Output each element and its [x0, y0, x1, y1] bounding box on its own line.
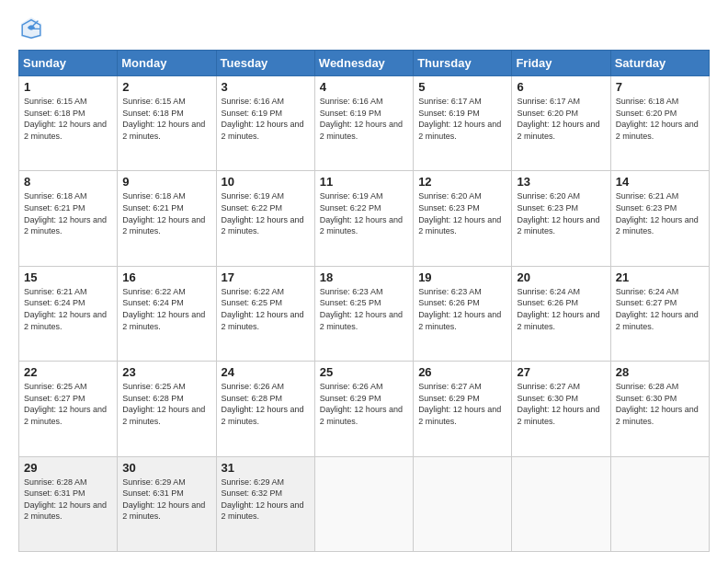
calendar-cell: 19 Sunrise: 6:23 AM Sunset: 6:26 PM Dayl…: [414, 266, 512, 361]
calendar-week-3: 15 Sunrise: 6:21 AM Sunset: 6:24 PM Dayl…: [19, 266, 710, 361]
day-number: 15: [24, 270, 112, 284]
day-info: Sunrise: 6:15 AM Sunset: 6:18 PM Dayligh…: [24, 96, 112, 142]
calendar-cell: 31 Sunrise: 6:29 AM Sunset: 6:32 PM Dayl…: [216, 456, 314, 551]
day-number: 22: [24, 365, 112, 379]
calendar-cell: 20 Sunrise: 6:24 AM Sunset: 6:26 PM Dayl…: [512, 266, 610, 361]
calendar-week-2: 8 Sunrise: 6:18 AM Sunset: 6:21 PM Dayli…: [19, 171, 710, 266]
calendar-cell: [414, 456, 512, 551]
calendar-header-saturday: Saturday: [610, 51, 709, 76]
calendar-cell: 7 Sunrise: 6:18 AM Sunset: 6:20 PM Dayli…: [610, 76, 709, 171]
calendar-cell: 27 Sunrise: 6:27 AM Sunset: 6:30 PM Dayl…: [512, 362, 610, 456]
day-number: 6: [517, 80, 605, 94]
calendar-week-1: 1 Sunrise: 6:15 AM Sunset: 6:18 PM Dayli…: [19, 76, 710, 171]
calendar-cell: 22 Sunrise: 6:25 AM Sunset: 6:27 PM Dayl…: [19, 362, 118, 456]
day-info: Sunrise: 6:29 AM Sunset: 6:31 PM Dayligh…: [122, 477, 210, 523]
day-info: Sunrise: 6:22 AM Sunset: 6:24 PM Dayligh…: [122, 286, 210, 332]
calendar-header-sunday: Sunday: [19, 51, 118, 76]
calendar-header-wednesday: Wednesday: [314, 51, 413, 76]
logo: [18, 15, 48, 40]
calendar-cell: 25 Sunrise: 6:26 AM Sunset: 6:29 PM Dayl…: [314, 362, 413, 456]
day-number: 2: [122, 80, 210, 94]
day-number: 14: [616, 175, 704, 189]
header: [18, 15, 710, 40]
day-number: 11: [320, 175, 408, 189]
calendar-cell: [610, 456, 709, 551]
day-info: Sunrise: 6:29 AM Sunset: 6:32 PM Dayligh…: [222, 477, 310, 523]
day-info: Sunrise: 6:28 AM Sunset: 6:30 PM Dayligh…: [616, 381, 704, 427]
calendar-header-monday: Monday: [118, 51, 216, 76]
day-number: 18: [320, 270, 408, 284]
calendar-cell: 29 Sunrise: 6:28 AM Sunset: 6:31 PM Dayl…: [19, 456, 118, 551]
calendar-cell: 11 Sunrise: 6:19 AM Sunset: 6:22 PM Dayl…: [314, 171, 413, 266]
day-info: Sunrise: 6:18 AM Sunset: 6:21 PM Dayligh…: [24, 190, 112, 236]
day-number: 26: [418, 365, 506, 379]
calendar-cell: 8 Sunrise: 6:18 AM Sunset: 6:21 PM Dayli…: [19, 171, 118, 266]
calendar-week-5: 29 Sunrise: 6:28 AM Sunset: 6:31 PM Dayl…: [19, 456, 710, 551]
calendar-cell: 15 Sunrise: 6:21 AM Sunset: 6:24 PM Dayl…: [19, 266, 118, 361]
day-info: Sunrise: 6:24 AM Sunset: 6:26 PM Dayligh…: [517, 286, 605, 332]
calendar-cell: 5 Sunrise: 6:17 AM Sunset: 6:19 PM Dayli…: [414, 76, 512, 171]
calendar-header-friday: Friday: [512, 51, 610, 76]
day-number: 27: [517, 365, 605, 379]
day-info: Sunrise: 6:27 AM Sunset: 6:30 PM Dayligh…: [517, 381, 605, 427]
day-number: 19: [418, 270, 506, 284]
day-number: 28: [616, 365, 704, 379]
day-info: Sunrise: 6:17 AM Sunset: 6:19 PM Dayligh…: [418, 96, 506, 142]
day-number: 9: [122, 175, 210, 189]
day-info: Sunrise: 6:25 AM Sunset: 6:28 PM Dayligh…: [122, 381, 210, 427]
calendar-header-thursday: Thursday: [414, 51, 512, 76]
calendar-table: SundayMondayTuesdayWednesdayThursdayFrid…: [18, 50, 710, 552]
day-number: 3: [222, 80, 310, 94]
day-info: Sunrise: 6:16 AM Sunset: 6:19 PM Dayligh…: [222, 96, 310, 142]
calendar-cell: 28 Sunrise: 6:28 AM Sunset: 6:30 PM Dayl…: [610, 362, 709, 456]
day-info: Sunrise: 6:21 AM Sunset: 6:23 PM Dayligh…: [616, 190, 704, 236]
day-number: 4: [320, 80, 408, 94]
day-info: Sunrise: 6:28 AM Sunset: 6:31 PM Dayligh…: [24, 477, 112, 523]
day-info: Sunrise: 6:20 AM Sunset: 6:23 PM Dayligh…: [517, 190, 605, 236]
day-number: 30: [122, 461, 210, 475]
page: SundayMondayTuesdayWednesdayThursdayFrid…: [0, 0, 728, 563]
day-number: 21: [616, 270, 704, 284]
day-info: Sunrise: 6:16 AM Sunset: 6:19 PM Dayligh…: [320, 96, 408, 142]
day-info: Sunrise: 6:27 AM Sunset: 6:29 PM Dayligh…: [418, 381, 506, 427]
day-number: 8: [24, 175, 112, 189]
calendar-cell: 10 Sunrise: 6:19 AM Sunset: 6:22 PM Dayl…: [216, 171, 314, 266]
calendar-cell: 18 Sunrise: 6:23 AM Sunset: 6:25 PM Dayl…: [314, 266, 413, 361]
calendar-cell: 16 Sunrise: 6:22 AM Sunset: 6:24 PM Dayl…: [118, 266, 216, 361]
day-number: 25: [320, 365, 408, 379]
calendar-cell: 26 Sunrise: 6:27 AM Sunset: 6:29 PM Dayl…: [414, 362, 512, 456]
calendar-cell: 14 Sunrise: 6:21 AM Sunset: 6:23 PM Dayl…: [610, 171, 709, 266]
day-info: Sunrise: 6:26 AM Sunset: 6:28 PM Dayligh…: [222, 381, 310, 427]
logo-icon: [18, 15, 44, 40]
day-info: Sunrise: 6:24 AM Sunset: 6:27 PM Dayligh…: [616, 286, 704, 332]
calendar-week-4: 22 Sunrise: 6:25 AM Sunset: 6:27 PM Dayl…: [19, 362, 710, 456]
day-info: Sunrise: 6:22 AM Sunset: 6:25 PM Dayligh…: [222, 286, 310, 332]
day-number: 12: [418, 175, 506, 189]
day-number: 7: [616, 80, 704, 94]
calendar-cell: [512, 456, 610, 551]
calendar-cell: 30 Sunrise: 6:29 AM Sunset: 6:31 PM Dayl…: [118, 456, 216, 551]
day-number: 24: [222, 365, 310, 379]
day-number: 10: [222, 175, 310, 189]
day-info: Sunrise: 6:18 AM Sunset: 6:21 PM Dayligh…: [122, 190, 210, 236]
day-number: 13: [517, 175, 605, 189]
day-number: 17: [222, 270, 310, 284]
calendar-cell: 13 Sunrise: 6:20 AM Sunset: 6:23 PM Dayl…: [512, 171, 610, 266]
calendar-header-row: SundayMondayTuesdayWednesdayThursdayFrid…: [19, 51, 710, 76]
calendar-header-tuesday: Tuesday: [216, 51, 314, 76]
day-number: 23: [122, 365, 210, 379]
day-info: Sunrise: 6:23 AM Sunset: 6:26 PM Dayligh…: [418, 286, 506, 332]
day-info: Sunrise: 6:18 AM Sunset: 6:20 PM Dayligh…: [616, 96, 704, 142]
calendar-cell: 1 Sunrise: 6:15 AM Sunset: 6:18 PM Dayli…: [19, 76, 118, 171]
day-info: Sunrise: 6:19 AM Sunset: 6:22 PM Dayligh…: [222, 190, 310, 236]
day-info: Sunrise: 6:23 AM Sunset: 6:25 PM Dayligh…: [320, 286, 408, 332]
day-number: 29: [24, 461, 112, 475]
calendar-cell: 6 Sunrise: 6:17 AM Sunset: 6:20 PM Dayli…: [512, 76, 610, 171]
calendar-cell: [314, 456, 413, 551]
calendar-cell: 24 Sunrise: 6:26 AM Sunset: 6:28 PM Dayl…: [216, 362, 314, 456]
calendar-cell: 9 Sunrise: 6:18 AM Sunset: 6:21 PM Dayli…: [118, 171, 216, 266]
day-info: Sunrise: 6:21 AM Sunset: 6:24 PM Dayligh…: [24, 286, 112, 332]
calendar-cell: 3 Sunrise: 6:16 AM Sunset: 6:19 PM Dayli…: [216, 76, 314, 171]
calendar-cell: 21 Sunrise: 6:24 AM Sunset: 6:27 PM Dayl…: [610, 266, 709, 361]
day-info: Sunrise: 6:26 AM Sunset: 6:29 PM Dayligh…: [320, 381, 408, 427]
